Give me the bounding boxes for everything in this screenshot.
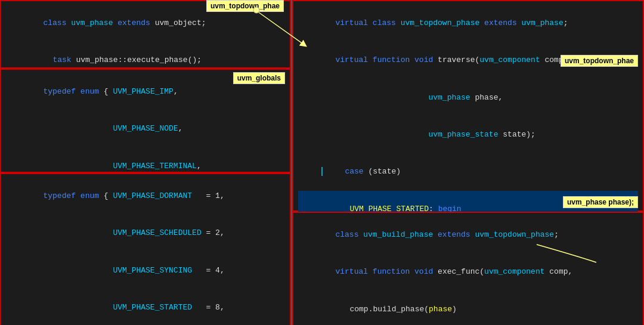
enum-val2: UVM_PHASE_NODE — [113, 124, 178, 133]
kw-func: function — [373, 55, 414, 64]
case-state: case (state) — [298, 154, 638, 191]
topdown-parent: uvm_topdown_phase — [475, 230, 555, 239]
comma1: , — [174, 87, 178, 96]
kw-void: void — [414, 55, 438, 64]
kw-ext: extends — [479, 18, 521, 27]
enum-val1: UVM_PHASE_IMP — [113, 87, 173, 96]
state-arg: state); — [498, 130, 535, 139]
comma2: , — [178, 124, 183, 133]
eq8: = 8, — [192, 303, 225, 312]
semi3: ; — [564, 18, 568, 27]
code-syncing: UVM_PHASE_SYNCING = 4, — [6, 252, 285, 289]
scheduled: UVM_PHASE_SCHEDULED — [113, 228, 201, 237]
close-call: ) — [452, 305, 457, 314]
enum-val3: UVM_PHASE_TERMINAL — [113, 162, 196, 171]
sp1: = 1, — [192, 191, 225, 200]
phase-type2: uvm_phase — [428, 93, 470, 102]
task-name: uvm_phase::execute_phase(); — [76, 55, 202, 64]
kw-ext2: extends — [433, 230, 470, 239]
kw-case: case — [345, 167, 368, 176]
ind3 — [43, 303, 113, 312]
block-uvm-globals: uvm_globals typedef enum { UVM_PHASE_IMP… — [0, 69, 291, 173]
kw-virt4: virtual — [335, 267, 372, 276]
label-uvm-topdown: uvm_topdown_phae — [561, 55, 638, 67]
left-panel: uvm_topdown_phae class uvm_phase extends… — [0, 0, 292, 325]
kw-enum2: enum — [80, 191, 99, 200]
code-scheduled: UVM_PHASE_SCHEDULED = 2, — [6, 215, 285, 252]
keyword-task: task — [52, 55, 76, 64]
brace2: { — [99, 191, 113, 200]
started: UVM_PHASE_STARTED — [113, 303, 192, 312]
block-uvm-build: uvm_build_phae class uvm_build_phase ext… — [292, 212, 644, 325]
parent-uvm-phase: uvm_phase — [522, 18, 564, 27]
kw-void3: void — [414, 267, 438, 276]
comp-type: uvm_component — [479, 55, 540, 64]
code-line-node: UVM_PHASE_NODE, — [6, 110, 285, 147]
kw-class2: class — [335, 230, 363, 239]
topdown-class-decl: virtual class uvm_topdown_phase extends … — [298, 5, 638, 42]
exec-func-name: exec_func( — [438, 267, 484, 276]
comma3: , — [197, 162, 202, 171]
build-class-decl: class uvm_build_phase extends uvm_topdow… — [298, 216, 638, 253]
syncing: UVM_PHASE_SYNCING — [113, 266, 192, 275]
indent — [43, 124, 113, 133]
ind2 — [43, 266, 113, 275]
label-phase-phase: uvm_phase phase); — [563, 196, 638, 208]
label-uvm-globals: uvm_globals — [233, 72, 285, 84]
label-uvm-phase: uvm_topdown_phae — [206, 0, 284, 12]
parent-class: uvm_object; — [155, 18, 206, 27]
kw-func3: function — [373, 267, 414, 276]
comp-type3: uvm_component — [484, 267, 544, 276]
comp-arg3: comp, — [545, 267, 573, 276]
kw-virt2: virtual — [335, 55, 372, 64]
traverse-arg2: uvm_phase phase, — [298, 79, 638, 116]
phase-kw: phase — [429, 305, 452, 314]
kw-typedef2: typedef — [43, 191, 80, 200]
func-traverse: traverse( — [438, 55, 479, 64]
block-uvm-topdown: uvm_topdown_phae virtual class uvm_topdo… — [292, 0, 644, 212]
kw-class: class — [373, 18, 401, 27]
kw-virtual: virtual — [335, 18, 372, 27]
eq2: = 2, — [202, 228, 225, 237]
eq4: = 4, — [192, 266, 225, 275]
class-name: uvm_phase — [71, 18, 113, 27]
dormant: UVM_PHASE_DORMANT — [113, 191, 192, 200]
build-exec-decl: virtual function void exec_func(uvm_comp… — [298, 253, 638, 290]
right-panel: uvm_topdown_phae virtual class uvm_topdo… — [292, 0, 644, 325]
topdown-name: uvm_topdown_phase — [401, 18, 480, 27]
kw-enum: enum — [80, 87, 99, 96]
phase-state-type: uvm_phase_state — [428, 130, 498, 139]
kw-sp — [470, 230, 475, 239]
block-uvm-phase: uvm_topdown_phae class uvm_phase extends… — [0, 0, 291, 69]
semi4: ; — [554, 230, 559, 239]
main-container: uvm_topdown_phae class uvm_phase extends… — [0, 0, 644, 325]
phase-arg: phase, — [470, 93, 503, 102]
brace-open: { — [99, 87, 113, 96]
code-typedef2: typedef enum { UVM_PHASE_DORMANT = 1, — [6, 178, 285, 215]
indent2 — [43, 162, 113, 171]
build-name: uvm_build_phase — [363, 230, 433, 239]
keyword-extends: extends — [113, 18, 154, 27]
indent-arg2 — [335, 93, 428, 102]
keyword-class: class — [43, 18, 71, 27]
build-phase-call: comp.build_phase(phase) — [298, 291, 638, 325]
traverse-arg3: uvm_phase_state state); — [298, 116, 638, 153]
code-started: UVM_PHASE_STARTED = 8, — [6, 289, 285, 325]
block-uvm-phase-state: typedef enum { UVM_PHASE_DORMANT = 1, UV… — [0, 173, 291, 325]
kw-typedef: typedef — [43, 87, 80, 96]
comp-build: comp.build_phase( — [349, 305, 429, 314]
indent-arg3 — [335, 130, 428, 139]
ind1 — [43, 228, 113, 237]
case-expr: (state) — [368, 167, 401, 176]
